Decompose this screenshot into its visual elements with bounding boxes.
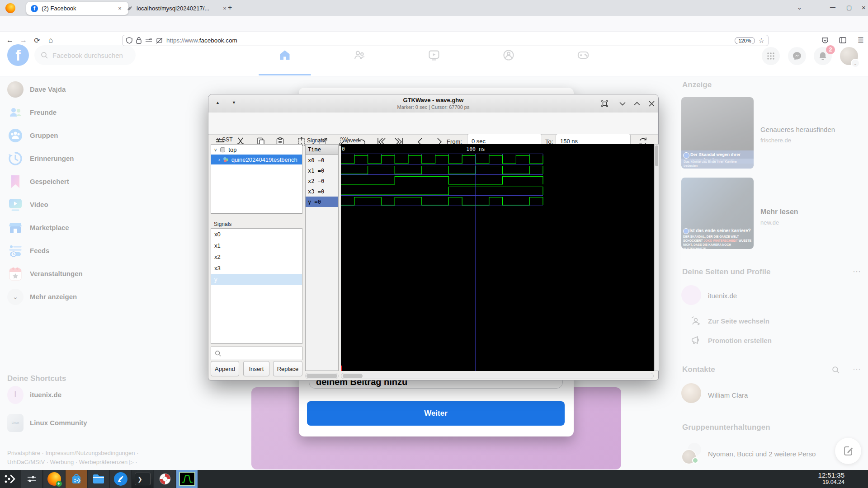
tree-item-label: top xyxy=(228,146,236,153)
tab-title: (2) Facebook xyxy=(42,5,76,12)
back-icon[interactable]: ← xyxy=(5,35,15,46)
gtkwave-title: GTKWave - wave.ghw xyxy=(208,97,658,103)
gtkwave-toolbar: From: To: xyxy=(208,113,658,135)
reload-icon[interactable]: ⟳ xyxy=(32,35,42,46)
firefox-logo-icon[interactable] xyxy=(5,3,15,13)
clock[interactable]: 12:51:35 19.04.24 xyxy=(810,471,844,486)
waves-vertical-scrollbar[interactable] xyxy=(654,144,659,371)
scrollbar-thumb[interactable] xyxy=(343,374,363,378)
weiter-button[interactable]: Weiter xyxy=(307,401,565,426)
browser-nav-bar: ← → ⟳ ⌂ https://www.facebook.com 120% ☆ … xyxy=(0,16,868,32)
list-tabs-icon[interactable]: ⌄ xyxy=(797,4,802,11)
clock-date: 19.04.24 xyxy=(810,479,844,485)
gtkwave-status: Marker: 0 sec | Cursor: 67700 ps xyxy=(208,104,658,110)
signal-list-item-x3[interactable]: x3 xyxy=(211,263,302,274)
tab-title: localhost/mysql20240217/... xyxy=(137,5,209,12)
menu-hamburger-icon[interactable]: ☰ xyxy=(855,35,866,46)
taskbar: + ❯ xyxy=(0,470,868,488)
wave-name-y[interactable]: y =0 xyxy=(306,197,338,207)
gtkwave-restore-icon[interactable] xyxy=(600,99,609,108)
names-horizontal-scrollbar[interactable] xyxy=(305,373,339,379)
terminal-launcher[interactable]: ❯ xyxy=(132,470,153,488)
permissions-icon[interactable] xyxy=(145,38,152,43)
facebook-favicon: f xyxy=(31,5,38,12)
gtkwave-titlebar[interactable]: ▲ ▼ GTKWave - wave.ghw Marker: 0 sec | C… xyxy=(208,94,658,113)
firefox-launcher[interactable]: + xyxy=(43,470,65,488)
tree-item-top[interactable]: ∨ top xyxy=(211,145,302,155)
zoom-level-badge[interactable]: 120% xyxy=(735,37,755,44)
prompt-glyph: ❯ xyxy=(135,473,151,485)
window-minimize-icon[interactable]: — xyxy=(830,4,835,10)
home-icon[interactable]: ⌂ xyxy=(45,35,56,46)
tree-item-label: quine20240419testbench xyxy=(231,156,297,163)
tree-item-testbench[interactable]: › quine20240419testbench xyxy=(211,155,302,164)
file-manager-launcher[interactable] xyxy=(88,470,109,488)
signals-frame-label: Signals xyxy=(214,221,231,227)
wave-canvas-svg: 0100 ns xyxy=(341,144,654,371)
signal-list-item-y[interactable]: y xyxy=(211,274,302,285)
lock-icon[interactable] xyxy=(136,37,142,44)
screen: f (2) Facebook × localhost/mysql20240217… xyxy=(0,0,868,488)
scrollbar-thumb[interactable] xyxy=(307,374,337,378)
window-maximize-icon[interactable]: ▢ xyxy=(846,4,852,11)
wave-name-x3[interactable]: x3 =0 xyxy=(306,186,338,197)
wave-name-x1[interactable]: x1 =0 xyxy=(306,165,338,176)
applications-menu-icon[interactable] xyxy=(1,470,19,488)
software-launcher[interactable] xyxy=(66,470,87,488)
append-button[interactable]: Append xyxy=(211,361,239,376)
time-header[interactable]: Time xyxy=(306,145,338,155)
entity-icon xyxy=(223,157,229,163)
tab-favicon xyxy=(127,5,133,12)
help-launcher[interactable] xyxy=(154,470,175,488)
gtkwave-close-icon[interactable] xyxy=(647,99,656,108)
sst-label[interactable]: ∨ SST xyxy=(217,136,232,143)
gtkwave-minimize-icon[interactable] xyxy=(618,99,627,108)
signal-list-item-x0[interactable]: x0 xyxy=(211,229,302,240)
expander-icon[interactable]: ∨ xyxy=(214,147,217,152)
gtkwave-launcher-active[interactable] xyxy=(176,470,198,488)
gtkwave-maximize-icon[interactable] xyxy=(632,99,642,108)
autoplay-blocked-icon[interactable] xyxy=(156,38,163,44)
tab-facebook[interactable]: f (2) Facebook × xyxy=(26,2,128,15)
sst-tree: ∨ top › quine20240419testbench xyxy=(211,144,302,214)
waves-signals-label: Signals xyxy=(307,137,325,144)
wave-names-panel: Time x0 =0 x1 =0 x2 =0 x3 =0 y =0 xyxy=(305,144,339,371)
waves-label: Waves xyxy=(342,137,359,144)
wave-canvas[interactable]: 0100 ns xyxy=(341,144,654,371)
tab-localhost[interactable]: localhost/mysql20240217/... × xyxy=(122,2,233,15)
clock-time: 12:51:35 xyxy=(810,471,844,479)
shield-icon[interactable] xyxy=(126,37,132,44)
new-tab-button[interactable]: + xyxy=(228,4,232,12)
browser-tab-bar: f (2) Facebook × localhost/mysql20240217… xyxy=(0,0,868,16)
update-badge: + xyxy=(56,481,62,487)
signal-search-input[interactable] xyxy=(224,350,298,357)
module-icon xyxy=(220,147,226,153)
wave-name-x2[interactable]: x2 =0 xyxy=(306,176,338,186)
expander-icon[interactable]: › xyxy=(218,157,220,162)
svg-text:100 ns: 100 ns xyxy=(466,146,485,152)
waves-horizontal-scrollbar[interactable] xyxy=(341,373,654,379)
forward-icon[interactable]: → xyxy=(18,35,29,46)
bookmark-star-icon[interactable]: ☆ xyxy=(759,37,764,45)
url-text: https://www.facebook.com xyxy=(166,37,237,44)
signal-list-item-x2[interactable]: x2 xyxy=(211,251,302,263)
svg-text:0: 0 xyxy=(342,146,345,152)
blue-bird-app-launcher[interactable] xyxy=(110,470,131,488)
signal-list: x0 x1 x2 x3 y xyxy=(211,228,302,344)
sidebar-toggle-icon[interactable] xyxy=(837,35,848,46)
gtkwave-window: ▲ ▼ GTKWave - wave.ghw Marker: 0 sec | C… xyxy=(208,94,659,380)
window-close-icon[interactable]: × xyxy=(862,4,866,11)
signal-search-box[interactable] xyxy=(211,347,302,360)
scrollbar-thumb[interactable] xyxy=(655,145,658,166)
replace-button[interactable]: Replace xyxy=(273,361,302,376)
search-icon xyxy=(215,350,221,357)
settings-launcher[interactable] xyxy=(21,470,42,488)
wave-name-x0[interactable]: x0 =0 xyxy=(306,155,338,165)
insert-button[interactable]: Insert xyxy=(243,361,269,376)
signal-list-item-x1[interactable]: x1 xyxy=(211,240,302,251)
save-to-pocket-icon[interactable] xyxy=(820,35,830,46)
url-bar[interactable]: https://www.facebook.com 120% ☆ xyxy=(122,35,769,46)
